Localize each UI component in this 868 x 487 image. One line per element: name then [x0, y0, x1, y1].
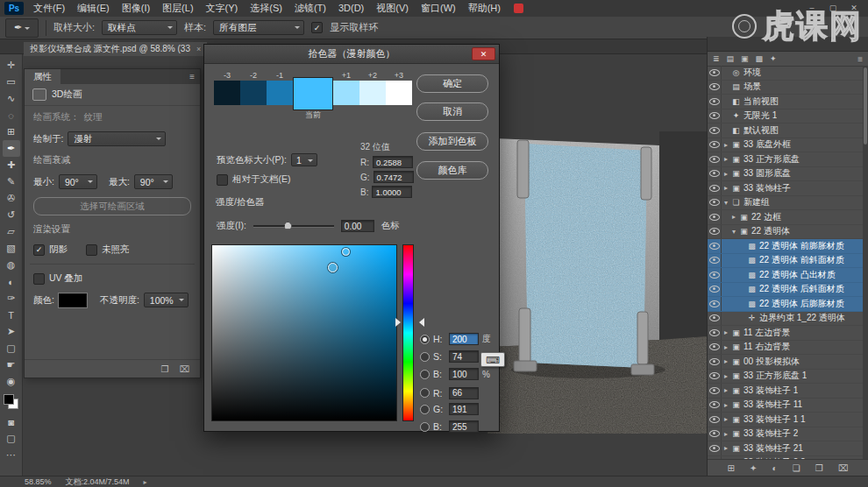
new-icon[interactable]: ❐ — [815, 463, 823, 473]
preview-stop-size-dropdown[interactable]: 1 — [291, 153, 317, 166]
color-field-marker[interactable] — [328, 263, 338, 272]
expand-arrow-icon[interactable]: ▸ — [729, 213, 738, 221]
layer-row[interactable]: ▸▣33 底盘外框 — [708, 138, 863, 153]
dodge-tool[interactable]: ◐ — [3, 273, 20, 290]
tab-properties[interactable]: 属性 — [25, 69, 60, 84]
cancel-button[interactable]: 取消 — [416, 102, 488, 121]
layer-row[interactable]: ▸▣33 装饰柱子 1 1 — [708, 413, 863, 427]
min-angle-dropdown[interactable]: 90° — [59, 174, 97, 189]
layer-row[interactable]: ▸▣33 装饰柱子 21 — [708, 441, 863, 456]
relative-to-document-checkbox[interactable] — [217, 174, 228, 186]
new-icon[interactable]: ❐ — [161, 364, 169, 374]
visibility-toggle[interactable] — [708, 167, 722, 181]
hand-tool[interactable]: ☛ — [3, 356, 20, 373]
menu-item[interactable]: 视图(V) — [370, 0, 415, 17]
channel-radio[interactable] — [420, 405, 430, 414]
layer-row[interactable]: ▩22 透明体 前斜面材质 — [708, 254, 863, 269]
sample-size-dropdown[interactable]: 取样点 — [102, 20, 177, 35]
expand-arrow-icon[interactable]: ▸ — [722, 328, 730, 336]
menu-item[interactable]: 图像(I) — [116, 0, 156, 17]
channel-radio[interactable] — [420, 422, 430, 432]
layer-row[interactable]: ▸▣33 装饰柱子 1 — [708, 384, 863, 399]
status-marker-icon[interactable]: ▸ — [144, 478, 147, 486]
uv-overlay-checkbox[interactable] — [33, 273, 45, 285]
hue-slider[interactable] — [402, 244, 414, 421]
menu-item[interactable]: 选择(S) — [244, 0, 288, 17]
clone-stamp-tool[interactable]: ✇ — [3, 190, 20, 207]
menu-item[interactable]: 帮助(H) — [462, 0, 507, 17]
visibility-toggle[interactable] — [708, 384, 722, 398]
ground-icon[interactable]: ⊞ — [728, 463, 735, 473]
channel-radio[interactable] — [420, 335, 430, 344]
eraser-tool[interactable]: ▱ — [3, 223, 20, 240]
dialog-close-button[interactable]: ✕ — [472, 47, 495, 60]
type-tool[interactable]: T — [3, 307, 20, 323]
channel-input[interactable]: 255 — [449, 420, 479, 433]
shape-tool[interactable]: ▢ — [3, 340, 20, 356]
expand-arrow-icon[interactable]: ▸ — [722, 184, 730, 192]
layer-row[interactable]: ◧当前视图 — [708, 95, 863, 109]
keyboard-indicator-icon[interactable]: ⌨ — [480, 352, 505, 367]
layer-row[interactable]: ▸▣11 右边背景 — [708, 341, 863, 356]
channel-input[interactable]: 191 — [449, 403, 479, 415]
channel-radio[interactable] — [420, 352, 430, 362]
menu-item[interactable]: 窗口(W) — [415, 0, 462, 17]
visibility-toggle[interactable] — [708, 268, 722, 282]
pen-tool[interactable]: ✑ — [3, 290, 20, 307]
visibility-toggle[interactable] — [708, 196, 722, 210]
channel-value-field[interactable]: 1.0000 — [372, 186, 412, 198]
minimize-button[interactable]: – — [801, 0, 822, 17]
hue-slider-arrow-left[interactable] — [395, 318, 405, 327]
color-libraries-button[interactable]: 颜色库 — [416, 161, 488, 180]
layer-row[interactable]: ▸▣00 投影模拟体 — [708, 355, 863, 370]
channel-radio[interactable] — [420, 388, 430, 398]
visibility-toggle[interactable] — [708, 427, 722, 441]
layer-row[interactable]: ▩22 透明体 后膨胀材质 — [708, 297, 863, 312]
expand-arrow-icon[interactable]: ▸ — [722, 415, 730, 423]
channel-input[interactable]: 66 — [449, 387, 479, 399]
filter-scene-icon[interactable]: ▤ — [727, 54, 735, 63]
color-field-marker[interactable] — [342, 248, 350, 256]
channel-input[interactable]: 200 — [449, 333, 479, 345]
expand-arrow-icon[interactable]: ▸ — [722, 357, 730, 365]
expand-arrow-icon[interactable]: ▸ — [722, 155, 730, 163]
stop-swatch[interactable]: +1 — [333, 71, 359, 105]
tool-preset-picker[interactable]: ✒ — [5, 18, 39, 38]
channel-input[interactable]: 100 — [449, 368, 479, 380]
color-swatches-widget[interactable] — [4, 394, 18, 409]
expand-arrow-icon[interactable]: ▸ — [722, 444, 730, 452]
brush-tool[interactable]: ✎ — [3, 173, 20, 190]
blur-tool[interactable]: ◍ — [3, 257, 20, 273]
expand-arrow-icon[interactable]: ▸ — [722, 386, 730, 394]
expand-arrow-icon[interactable]: ▸ — [722, 401, 730, 409]
channel-value-field[interactable]: 0.7472 — [374, 171, 414, 183]
dialog-title-bar[interactable]: 拾色器（漫射颜色） ✕ — [204, 45, 499, 64]
menu-item[interactable]: 文件(F) — [27, 0, 71, 17]
visibility-toggle[interactable] — [708, 370, 722, 384]
visibility-toggle[interactable] — [708, 210, 722, 224]
visibility-toggle[interactable] — [708, 399, 722, 413]
visibility-toggle[interactable] — [708, 441, 722, 455]
ok-button[interactable]: 确定 — [416, 74, 488, 93]
visibility-toggle[interactable] — [708, 109, 722, 124]
hue-slider-arrow-right[interactable] — [415, 318, 424, 327]
history-brush-tool[interactable]: ↺ — [3, 207, 20, 223]
show-sampling-ring-checkbox[interactable] — [311, 22, 323, 33]
max-angle-dropdown[interactable]: 90° — [134, 174, 173, 189]
layer-row[interactable]: ◎环境 — [708, 66, 863, 81]
layer-row[interactable]: ▤场景 — [708, 81, 863, 95]
scrollbar-thumb[interactable] — [864, 67, 867, 145]
trash-icon[interactable]: ⌧ — [179, 364, 189, 374]
unlit-checkbox[interactable] — [86, 244, 97, 256]
layer-row[interactable]: ▸▣33 装饰柱子 — [708, 181, 863, 196]
group-icon[interactable]: ❏ — [793, 463, 800, 473]
layer-row[interactable]: ▩22 透明体 前膨胀材质 — [708, 239, 863, 254]
expand-arrow-icon[interactable]: ▸ — [722, 372, 730, 380]
visibility-toggle[interactable] — [708, 95, 722, 109]
expand-arrow-icon[interactable]: ▸ — [722, 343, 730, 351]
maximize-button[interactable]: ▢ — [822, 0, 843, 17]
paint-on-dropdown[interactable]: 漫射 — [68, 131, 166, 146]
layer-row[interactable]: ✛边界约束 1_22 透明体 — [708, 312, 863, 327]
add-to-swatches-button[interactable]: 添加到色板 — [416, 132, 488, 151]
layer-row[interactable]: ▸▣33 圆形底盘 — [708, 167, 863, 182]
